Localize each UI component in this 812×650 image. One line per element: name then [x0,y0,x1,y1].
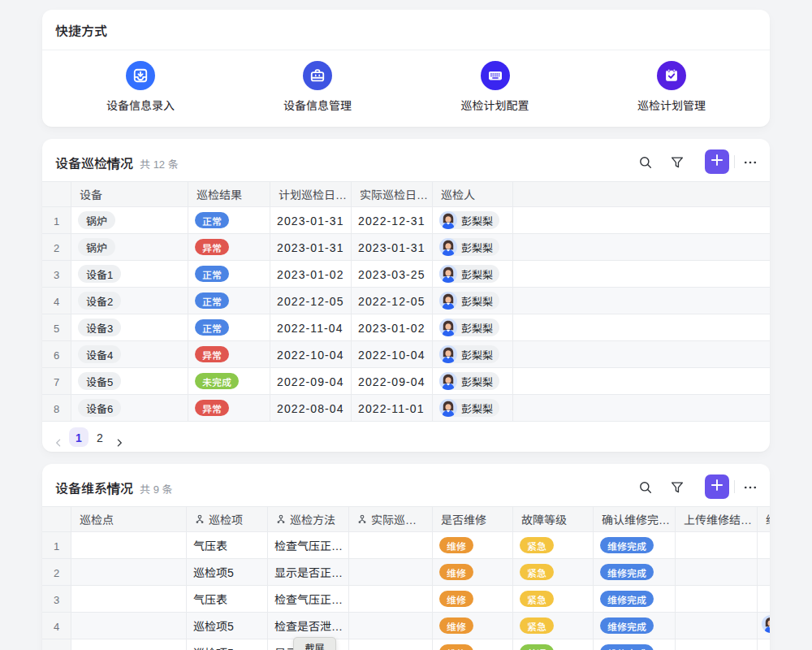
table-cell[interactable]: 锅炉 [71,207,188,233]
table-cell[interactable]: 2022-09-04 [270,368,352,394]
table-cell[interactable] [349,559,433,585]
row-index-cell[interactable]: 5 [42,639,71,650]
row-index-cell[interactable]: 1 [42,207,71,233]
table-cell[interactable]: 紧急 [513,559,594,585]
column-header[interactable]: 巡检人 [433,182,513,206]
table-cell[interactable]: 彭梨梨 [433,234,513,260]
table-cell[interactable] [71,559,187,585]
table-cell[interactable] [349,586,433,612]
table-cell[interactable]: 2023-01-02 [352,314,433,340]
column-header[interactable]: 巡检点 [71,507,187,531]
table-cell[interactable] [349,639,433,650]
row-index-cell[interactable] [42,182,71,206]
maintenance-table-row[interactable]: 4巡检项5检查是否泄…维修紧急维修完成 [42,613,770,639]
row-index-cell[interactable]: 2 [42,559,71,585]
filter-icon[interactable] [670,154,685,169]
table-cell[interactable]: 2023-01-02 [270,261,352,287]
table-cell[interactable]: 彭梨梨 [433,261,513,287]
table-cell[interactable]: 维修 [433,559,513,585]
table-cell[interactable]: 2022-08-04 [270,395,352,421]
more-icon[interactable] [743,479,758,494]
table-cell[interactable]: 2022-12-31 [352,207,433,233]
table-cell[interactable]: 正常 [188,288,270,314]
column-header[interactable]: 维修 [758,507,770,531]
column-header[interactable]: 巡检方法 [268,507,349,531]
row-index-cell[interactable]: 2 [42,234,71,260]
table-cell[interactable]: 异常 [188,234,270,260]
table-cell[interactable]: 紧急 [513,586,594,612]
table-cell[interactable] [758,613,770,639]
table-cell[interactable]: 2022-12-05 [270,288,352,314]
table-cell[interactable]: 维修完成 [594,559,676,585]
row-index-cell[interactable]: 6 [42,341,71,367]
add-record-button[interactable] [705,474,729,499]
table-cell[interactable]: 设备4 [71,341,188,367]
table-cell[interactable]: 彭梨梨 [433,368,513,394]
table-cell[interactable]: 2023-01-31 [352,234,433,260]
table-cell[interactable]: 维修完成 [594,613,676,639]
inspection-table-row[interactable]: 1锅炉正常2023-01-312022-12-31 彭梨梨 [42,207,770,234]
table-cell[interactable]: 2023-01-31 [270,207,352,233]
column-header[interactable]: 巡检结果 [188,182,270,206]
table-cell[interactable] [349,613,433,639]
table-cell[interactable]: 2022-09-04 [352,368,433,394]
maintenance-table-row[interactable]: 3气压表检查气压正…维修紧急维修完成 [42,586,770,613]
shortcut-item-1[interactable]: 设备信息录入 [76,61,205,113]
table-cell[interactable]: 巡检项5 [187,559,268,585]
row-index-cell[interactable]: 3 [42,261,71,287]
search-icon[interactable] [638,154,653,169]
table-cell[interactable]: 正常 [188,314,270,340]
table-cell[interactable]: 异常 [188,395,270,421]
table-cell[interactable] [676,639,758,650]
table-cell[interactable]: 2023-03-25 [352,261,433,287]
chevron-left-icon[interactable] [54,432,63,442]
table-cell[interactable]: 设备1 [71,261,188,287]
table-cell[interactable] [676,559,758,585]
column-header[interactable]: 上传维修结… [676,507,758,531]
table-cell[interactable]: 2022-10-04 [270,341,352,367]
table-cell[interactable] [71,613,187,639]
chevron-right-icon[interactable] [114,432,124,442]
table-cell[interactable]: 紧急 [513,532,594,558]
inspection-table-row[interactable]: 6设备4异常2022-10-042022-10-04 彭梨梨 [42,341,770,368]
row-index-cell[interactable]: 4 [42,288,71,314]
table-cell[interactable]: 气压表 [187,586,268,612]
table-cell[interactable]: 显示是否正… [268,559,349,585]
table-cell[interactable]: 未完成 [188,368,270,394]
table-cell[interactable]: 2022-11-01 [352,395,433,421]
shortcut-item-4[interactable]: 巡检计划管理 [607,61,736,113]
table-cell[interactable] [71,639,187,650]
table-cell[interactable]: 维修完成 [594,532,676,558]
table-cell[interactable] [676,613,758,639]
table-cell[interactable]: 巡检项5 [187,613,268,639]
table-cell[interactable]: 2023-01-31 [270,234,352,260]
column-header[interactable]: 设备 [71,182,188,206]
row-index-cell[interactable] [42,507,71,531]
table-cell[interactable]: 维修 [433,639,513,650]
column-header[interactable]: 巡检项 [187,507,268,531]
filter-icon[interactable] [670,479,685,494]
table-cell[interactable]: 维修 [433,613,513,639]
table-cell[interactable]: 2022-12-05 [352,288,433,314]
row-index-cell[interactable]: 8 [42,395,71,421]
row-index-cell[interactable]: 4 [42,613,71,639]
row-index-cell[interactable]: 3 [42,586,71,612]
column-header[interactable]: 计划巡检日… [270,182,352,206]
table-cell[interactable] [676,586,758,612]
column-header[interactable]: 是否维修 [433,507,513,531]
maintenance-table-row[interactable]: 2巡检项5显示是否正…维修紧急维修完成 [42,559,770,586]
table-cell[interactable] [758,639,770,650]
inspection-table-row[interactable]: 4设备2正常2022-12-052022-12-05 彭梨梨 [42,288,770,314]
table-cell[interactable]: 设备3 [71,314,188,340]
table-cell[interactable]: 设备6 [71,395,188,421]
table-cell[interactable]: 维修 [433,586,513,612]
table-cell[interactable] [758,559,770,585]
row-index-cell[interactable]: 5 [42,314,71,340]
add-record-button[interactable] [705,150,729,174]
table-cell[interactable]: 2022-11-04 [270,314,352,340]
table-cell[interactable]: 设备5 [71,368,188,394]
page-button-2[interactable]: 2 [90,427,110,447]
table-cell[interactable]: 设备2 [71,288,188,314]
table-cell[interactable]: 检查是否泄… [268,613,349,639]
table-cell[interactable]: 锅炉 [71,234,188,260]
